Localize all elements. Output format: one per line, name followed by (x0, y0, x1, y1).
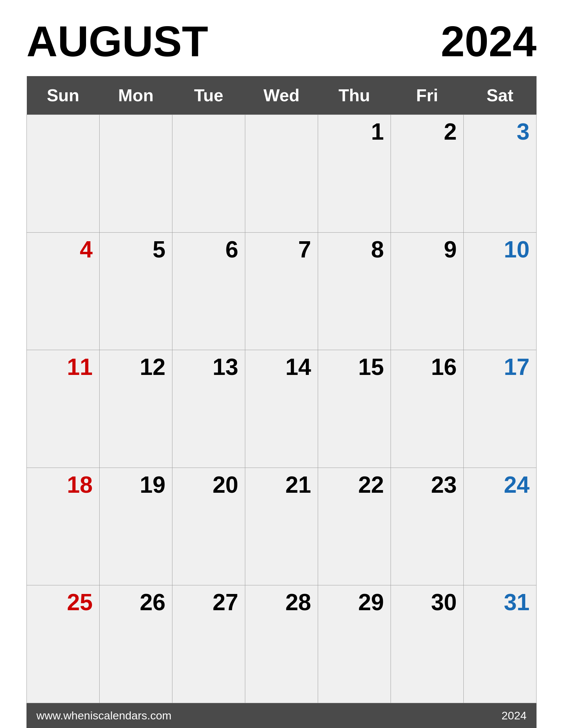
day-number-7: 7 (252, 238, 311, 261)
day-header-row: Sun Mon Tue Wed Thu Fri Sat (27, 76, 537, 115)
week-row-1: 123 (27, 115, 537, 233)
day-cell-4-3: 28 (245, 585, 318, 703)
day-number-1: 1 (325, 120, 384, 143)
day-number-27: 27 (179, 591, 238, 614)
day-cell-2-2: 13 (172, 350, 245, 468)
day-number-29: 29 (325, 591, 384, 614)
day-number-25: 25 (33, 591, 93, 614)
day-number-2: 2 (398, 120, 457, 143)
day-cell-2-0: 11 (27, 350, 100, 468)
day-cell-0-0 (27, 115, 100, 233)
day-cell-1-0: 4 (27, 232, 100, 350)
day-cell-4-4: 29 (318, 585, 391, 703)
day-number-21: 21 (252, 473, 311, 496)
year-title: 2024 (441, 20, 537, 63)
day-cell-3-6: 24 (464, 468, 537, 585)
day-cell-3-1: 19 (100, 468, 172, 585)
day-number-24: 24 (470, 473, 530, 496)
day-cell-4-2: 27 (172, 585, 245, 703)
day-number-13: 13 (179, 355, 238, 379)
footer-website: www.wheniscalendars.com (36, 709, 171, 722)
day-cell-0-5: 2 (391, 115, 464, 233)
day-number-23: 23 (398, 473, 457, 496)
day-cell-0-2 (172, 115, 245, 233)
day-cell-1-3: 7 (245, 232, 318, 350)
day-cell-3-2: 20 (172, 468, 245, 585)
day-cell-2-5: 16 (391, 350, 464, 468)
day-cell-1-6: 10 (464, 232, 537, 350)
day-number-14: 14 (252, 355, 311, 379)
header-mon: Mon (100, 76, 172, 115)
header-thu: Thu (318, 76, 391, 115)
day-cell-4-5: 30 (391, 585, 464, 703)
day-cell-2-1: 12 (100, 350, 172, 468)
week-row-3: 11121314151617 (27, 350, 537, 468)
month-title: AUGUST (26, 20, 208, 63)
header-fri: Fri (391, 76, 464, 115)
day-number-3: 3 (470, 120, 530, 143)
day-cell-3-0: 18 (27, 468, 100, 585)
day-number-12: 12 (106, 355, 165, 379)
day-number-17: 17 (470, 355, 530, 379)
header-sat: Sat (464, 76, 537, 115)
calendar-container: Sun Mon Tue Wed Thu Fri Sat 123456789101… (26, 76, 537, 703)
day-number-31: 31 (470, 591, 530, 614)
footer-year: 2024 (501, 709, 527, 722)
day-number-19: 19 (106, 473, 165, 496)
header-sun: Sun (27, 76, 100, 115)
day-number-16: 16 (398, 355, 457, 379)
week-row-2: 45678910 (27, 232, 537, 350)
day-number-22: 22 (325, 473, 384, 496)
day-cell-0-4: 1 (318, 115, 391, 233)
header-wed: Wed (245, 76, 318, 115)
day-cell-2-4: 15 (318, 350, 391, 468)
calendar-table: Sun Mon Tue Wed Thu Fri Sat 123456789101… (26, 76, 537, 703)
day-number-9: 9 (398, 238, 457, 261)
day-cell-0-3 (245, 115, 318, 233)
day-cell-0-1 (100, 115, 172, 233)
day-cell-1-2: 6 (172, 232, 245, 350)
header-tue: Tue (172, 76, 245, 115)
day-number-10: 10 (470, 238, 530, 261)
calendar-footer: www.wheniscalendars.com 2024 (26, 703, 537, 728)
day-cell-1-5: 9 (391, 232, 464, 350)
day-cell-4-0: 25 (27, 585, 100, 703)
calendar-page: AUGUST 2024 Sun Mon Tue Wed Thu Fri Sat … (0, 0, 563, 728)
calendar-header: AUGUST 2024 (26, 20, 537, 63)
day-number-26: 26 (106, 591, 165, 614)
day-number-18: 18 (33, 473, 93, 496)
day-cell-1-4: 8 (318, 232, 391, 350)
day-cell-2-6: 17 (464, 350, 537, 468)
day-number-6: 6 (179, 238, 238, 261)
day-number-11: 11 (33, 355, 93, 379)
day-number-20: 20 (179, 473, 238, 496)
day-number-15: 15 (325, 355, 384, 379)
week-row-5: 25262728293031 (27, 585, 537, 703)
day-number-8: 8 (325, 238, 384, 261)
day-cell-2-3: 14 (245, 350, 318, 468)
day-cell-3-4: 22 (318, 468, 391, 585)
week-row-4: 18192021222324 (27, 468, 537, 585)
day-number-28: 28 (252, 591, 311, 614)
day-cell-1-1: 5 (100, 232, 172, 350)
day-cell-4-1: 26 (100, 585, 172, 703)
day-number-4: 4 (33, 238, 93, 261)
day-cell-4-6: 31 (464, 585, 537, 703)
day-cell-3-3: 21 (245, 468, 318, 585)
day-cell-0-6: 3 (464, 115, 537, 233)
day-number-5: 5 (106, 238, 165, 261)
day-cell-3-5: 23 (391, 468, 464, 585)
day-number-30: 30 (398, 591, 457, 614)
